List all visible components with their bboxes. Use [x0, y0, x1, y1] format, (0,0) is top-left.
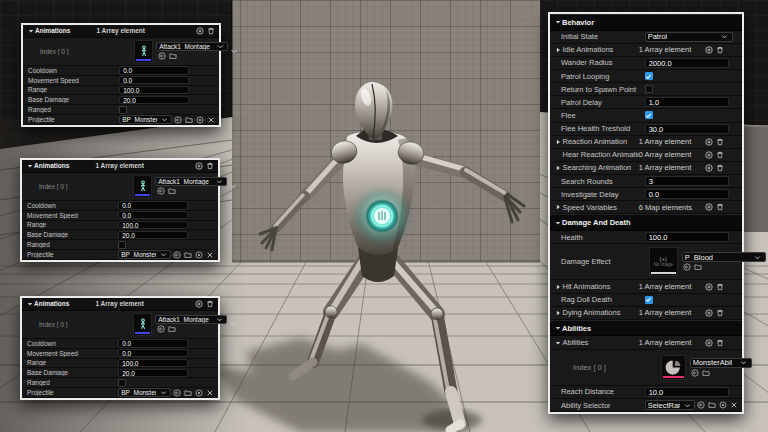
value-input[interactable]: 20.0	[118, 369, 188, 378]
browse-to-asset-icon[interactable]	[694, 263, 702, 271]
animation-thumbnail[interactable]	[134, 40, 153, 63]
animation-thumbnail[interactable]	[133, 313, 152, 336]
montage-dropdown[interactable]: Attack1_Montage	[156, 42, 228, 51]
browse-to-asset-icon[interactable]	[184, 251, 192, 259]
clear-asset-icon[interactable]	[206, 389, 214, 397]
pick-asset-icon[interactable]	[195, 389, 203, 397]
use-selected-asset-icon[interactable]	[683, 263, 691, 271]
expander-collapsed-icon[interactable]	[555, 204, 561, 210]
value-input[interactable]: 100.0	[118, 359, 188, 368]
section-header-behavior[interactable]: Behavior	[550, 14, 742, 31]
pick-asset-icon[interactable]	[196, 116, 204, 124]
use-selected-asset-icon[interactable]	[158, 52, 166, 60]
value-input[interactable]: 0.0	[118, 211, 188, 220]
value-input[interactable]: 0.0	[119, 76, 189, 85]
delete-icon[interactable]	[716, 309, 724, 317]
expander-collapsed-icon[interactable]	[555, 284, 561, 290]
value-input[interactable]: 30.0	[645, 124, 729, 134]
checkbox[interactable]	[645, 72, 653, 80]
use-selected-asset-icon[interactable]	[691, 369, 699, 377]
browse-to-asset-icon[interactable]	[169, 52, 177, 60]
checkbox[interactable]	[645, 296, 653, 304]
montage-dropdown[interactable]: Attack1_Montage	[155, 177, 227, 186]
section-header-abilities[interactable]: Abilities	[550, 320, 742, 337]
checkbox[interactable]	[645, 85, 653, 93]
delete-icon[interactable]	[716, 138, 724, 146]
use-selected-asset-icon[interactable]	[174, 116, 182, 124]
clear-asset-icon[interactable]	[207, 116, 215, 124]
browse-to-asset-icon[interactable]	[168, 325, 176, 333]
add-element-icon[interactable]	[705, 138, 713, 146]
ability-dropdown[interactable]: MonsterAbil	[690, 358, 752, 368]
expander-expanded-icon[interactable]	[555, 325, 561, 331]
expander-expanded-icon[interactable]	[555, 19, 561, 25]
use-selected-asset-icon[interactable]	[173, 251, 181, 259]
expand-details-icon[interactable]	[229, 320, 237, 328]
expand-details-icon[interactable]	[753, 363, 761, 371]
expander-expanded-icon[interactable]	[27, 163, 33, 169]
projectile-dropdown[interactable]: BP_MonsterProjectile	[118, 250, 171, 259]
value-input[interactable]: 100.0	[119, 86, 189, 95]
value-input[interactable]: 3	[645, 176, 729, 186]
pick-asset-icon[interactable]	[195, 251, 203, 259]
value-input[interactable]: 20.0	[119, 96, 189, 105]
value-input[interactable]: 0.0	[118, 201, 188, 210]
add-element-icon[interactable]	[705, 203, 713, 211]
expander-collapsed-icon[interactable]	[555, 165, 561, 171]
expand-details-icon[interactable]	[229, 182, 237, 190]
animation-thumbnail[interactable]	[133, 175, 152, 198]
delete-icon[interactable]	[716, 203, 724, 211]
expander-expanded-icon[interactable]	[555, 340, 561, 346]
browse-to-asset-icon[interactable]	[168, 187, 176, 195]
value-input[interactable]: 10.0	[645, 387, 729, 397]
browse-to-asset-icon[interactable]	[184, 389, 192, 397]
clear-asset-icon[interactable]	[206, 251, 214, 259]
initial-state-dropdown[interactable]: Patrol	[645, 32, 733, 42]
delete-icon[interactable]	[207, 27, 215, 35]
expander-expanded-icon[interactable]	[28, 28, 34, 34]
montage-dropdown[interactable]: Attack1_Montage	[155, 315, 227, 324]
value-input[interactable]: 0.0	[119, 66, 189, 75]
use-selected-asset-icon[interactable]	[157, 187, 165, 195]
value-input[interactable]: 0.0	[645, 189, 729, 199]
pick-asset-icon[interactable]	[719, 401, 727, 409]
delete-icon[interactable]	[716, 151, 724, 159]
value-input[interactable]: 100.0	[118, 221, 188, 230]
checkbox[interactable]	[118, 379, 126, 387]
delete-icon[interactable]	[716, 46, 724, 54]
expand-details-icon[interactable]	[230, 47, 238, 55]
add-element-icon[interactable]	[705, 309, 713, 317]
add-element-icon[interactable]	[195, 300, 203, 308]
use-selected-asset-icon[interactable]	[697, 401, 705, 409]
expander-expanded-icon[interactable]	[555, 220, 561, 226]
value-input[interactable]: 20.0	[118, 231, 188, 240]
clear-asset-icon[interactable]	[730, 401, 738, 409]
browse-to-asset-icon[interactable]	[185, 116, 193, 124]
expander-collapsed-icon[interactable]	[555, 310, 561, 316]
use-selected-asset-icon[interactable]	[173, 389, 181, 397]
delete-icon[interactable]	[716, 164, 724, 172]
browse-to-asset-icon[interactable]	[708, 401, 716, 409]
value-input[interactable]: 2000.0	[645, 58, 729, 68]
add-element-icon[interactable]	[705, 339, 713, 347]
ability-selector-dropdown[interactable]: SelectRan	[645, 400, 695, 410]
browse-to-asset-icon[interactable]	[702, 369, 710, 377]
section-header-damage-and-death[interactable]: Damage And Death	[550, 214, 742, 231]
ability-thumbnail[interactable]	[661, 355, 686, 380]
add-element-icon[interactable]	[705, 46, 713, 54]
checkbox[interactable]	[645, 111, 653, 119]
expander-collapsed-icon[interactable]	[555, 139, 561, 145]
projectile-dropdown[interactable]: BP_MonsterProjectile	[118, 388, 171, 397]
delete-icon[interactable]	[716, 283, 724, 291]
add-element-icon[interactable]	[705, 164, 713, 172]
delete-icon[interactable]	[206, 162, 214, 170]
expander-expanded-icon[interactable]	[27, 301, 33, 307]
add-element-icon[interactable]	[195, 162, 203, 170]
expander-collapsed-icon[interactable]	[555, 47, 561, 53]
value-input[interactable]: 0.0	[118, 339, 188, 348]
add-element-icon[interactable]	[705, 151, 713, 159]
use-selected-asset-icon[interactable]	[157, 325, 165, 333]
no-image-thumbnail[interactable]: [+]No Image	[649, 247, 678, 276]
checkbox[interactable]	[118, 241, 126, 249]
delete-icon[interactable]	[206, 300, 214, 308]
